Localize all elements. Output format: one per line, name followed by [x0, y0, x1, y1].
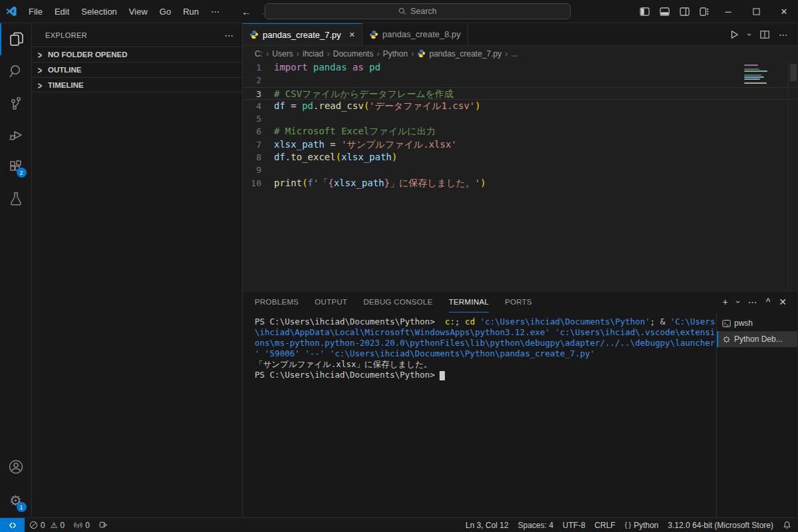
explorer-more-actions-icon[interactable]: ⋯: [225, 30, 234, 41]
cursor-position[interactable]: Ln 3, Col 12: [461, 518, 513, 532]
breadcrumb-item[interactable]: Documents: [333, 49, 374, 59]
language-mode[interactable]: { } Python: [620, 518, 663, 532]
terminal-item-pwsh[interactable]: pwsh: [717, 315, 797, 331]
title-bar: File Edit Selection View Go Run ⋯ ← → Se…: [0, 0, 798, 23]
indentation[interactable]: Spaces: 4: [513, 518, 558, 532]
run-debug-icon[interactable]: [0, 119, 32, 151]
editor-tab-bar: pandas_create_7.py ✕ pandas_create_8.py …: [243, 23, 797, 46]
menu-run[interactable]: Run: [177, 0, 205, 23]
section-no-folder-opened[interactable]: > NO FOLDER OPENED: [32, 47, 242, 62]
activity-bar: 2 ⚙ 1: [0, 23, 32, 517]
tab-pandas-create-7[interactable]: pandas_create_7.py ✕: [243, 23, 362, 45]
close-panel-icon[interactable]: ✕: [779, 297, 787, 307]
section-outline[interactable]: > OUTLINE: [32, 62, 242, 77]
toggle-secondary-sidebar-icon[interactable]: [674, 0, 694, 23]
command-search-input[interactable]: Search: [265, 3, 571, 19]
extensions-badge: 2: [17, 168, 27, 178]
terminal-launch-dropdown-icon[interactable]: ›: [733, 301, 743, 303]
settings-badge: 1: [17, 502, 27, 512]
python-interpreter[interactable]: 3.12.0 64-bit (Microsoft Store): [663, 518, 778, 532]
section-label: TIMELINE: [48, 81, 84, 89]
maximize-panel-icon[interactable]: ^: [766, 297, 771, 307]
minimap[interactable]: [744, 65, 769, 84]
search-icon: [398, 7, 406, 15]
run-python-file-icon[interactable]: [730, 30, 739, 39]
code-line: 5: [243, 112, 797, 125]
chevron-right-icon: >: [35, 49, 45, 61]
explorer-sidebar: EXPLORER ⋯ > NO FOLDER OPENED > OUTLINE …: [32, 23, 243, 517]
code-line: 10print(f'「{xlsx_path}」に保存しました。'): [243, 177, 797, 190]
eol-sequence[interactable]: CRLF: [590, 518, 620, 532]
warning-count: 0: [60, 521, 65, 530]
menu-more-icon[interactable]: ⋯: [205, 7, 225, 17]
section-label: NO FOLDER OPENED: [48, 51, 127, 59]
code-editor[interactable]: 1import pandas as pd23# CSVファイルからデータフレーム…: [243, 61, 797, 291]
tab-ports[interactable]: PORTS: [505, 291, 532, 313]
window-minimize-button[interactable]: ─: [714, 0, 742, 23]
editor-scrollbar[interactable]: [788, 61, 797, 291]
code-line: 9: [243, 164, 797, 176]
source-control-icon[interactable]: [0, 87, 32, 119]
toggle-sidebar-icon[interactable]: [634, 0, 654, 23]
code-line: 6# Microsoft Excelファイルに出力: [243, 125, 797, 138]
explorer-icon[interactable]: [0, 23, 32, 55]
search-sidebar-icon[interactable]: [0, 55, 32, 87]
new-terminal-icon[interactable]: +: [723, 297, 728, 307]
breadcrumb-separator: ›: [297, 49, 299, 59]
terminal-item-python-debug[interactable]: Python Deb...: [717, 331, 797, 347]
breadcrumb-separator: ›: [327, 49, 329, 59]
error-icon: [29, 521, 38, 529]
tab-terminal[interactable]: TERMINAL: [449, 291, 489, 313]
terminal-line: ons\ms-python.python-2023.20.0\pythonFil…: [255, 338, 716, 348]
settings-gear-icon[interactable]: ⚙ 1: [0, 483, 32, 517]
toggle-panel-icon[interactable]: [654, 0, 674, 23]
customize-layout-icon[interactable]: [694, 0, 714, 23]
tab-output[interactable]: OUTPUT: [315, 291, 347, 313]
python-file-icon: [417, 49, 426, 58]
remote-indicator[interactable]: [0, 518, 25, 532]
breadcrumb-separator: ›: [376, 49, 379, 59]
run-dropdown-icon[interactable]: ›: [745, 33, 754, 36]
notifications-bell-icon[interactable]: [778, 518, 798, 532]
tab-label: pandas_create_7.py: [263, 30, 341, 40]
breadcrumb-item[interactable]: C:: [255, 49, 263, 59]
breadcrumb-separator: ›: [266, 49, 269, 59]
section-timeline[interactable]: > TIMELINE: [32, 77, 242, 92]
accounts-icon[interactable]: [0, 451, 32, 483]
terminal-output[interactable]: PS C:\Users\ihciad\Documents\Python> c:;…: [243, 313, 716, 517]
python-file-icon: [249, 30, 259, 39]
code-line: 3# CSVファイルからデータフレームを作成: [243, 87, 797, 100]
tab-close-icon[interactable]: ✕: [349, 31, 355, 39]
editor-more-actions-icon[interactable]: ⋯: [779, 29, 788, 40]
menu-selection[interactable]: Selection: [75, 0, 122, 23]
encoding[interactable]: UTF-8: [558, 518, 590, 532]
tab-pandas-create-8[interactable]: pandas_create_8.py: [362, 23, 468, 45]
nav-back-icon[interactable]: ←: [241, 6, 251, 17]
split-editor-icon[interactable]: [760, 30, 769, 39]
window-maximize-button[interactable]: [742, 0, 770, 23]
extensions-icon[interactable]: 2: [0, 151, 32, 183]
breadcrumb-item-symbols[interactable]: ...: [511, 49, 518, 59]
error-count: 0: [41, 521, 45, 530]
scrollbar-slider[interactable]: [790, 64, 797, 81]
breadcrumb: C:› Users› ihciad› Documents› Python› pa…: [243, 46, 797, 61]
menu-view[interactable]: View: [123, 0, 154, 23]
testing-icon[interactable]: [0, 183, 32, 215]
panel-more-actions-icon[interactable]: ⋯: [748, 297, 757, 307]
breadcrumb-item[interactable]: Python: [383, 49, 408, 59]
menu-go[interactable]: Go: [154, 0, 177, 23]
ports-status[interactable]: 0: [69, 518, 94, 532]
terminal-line: PS C:\Users\ihciad\Documents\Python> c:;…: [255, 317, 716, 327]
breadcrumb-item[interactable]: ihciad: [303, 49, 323, 59]
breadcrumb-item-file[interactable]: pandas_create_7.py: [429, 49, 501, 59]
debug-launch-icon: [99, 521, 108, 529]
tab-problems[interactable]: PROBLEMS: [255, 291, 299, 313]
window-close-button[interactable]: ✕: [770, 0, 798, 23]
tab-debug-console[interactable]: DEBUG CONSOLE: [363, 291, 432, 313]
problems-status[interactable]: 0 ⚠ 0: [25, 518, 69, 532]
search-placeholder: Search: [410, 7, 437, 16]
breadcrumb-item[interactable]: Users: [272, 49, 293, 59]
menu-file[interactable]: File: [23, 0, 49, 23]
menu-edit[interactable]: Edit: [49, 0, 75, 23]
debug-status[interactable]: [94, 518, 112, 532]
